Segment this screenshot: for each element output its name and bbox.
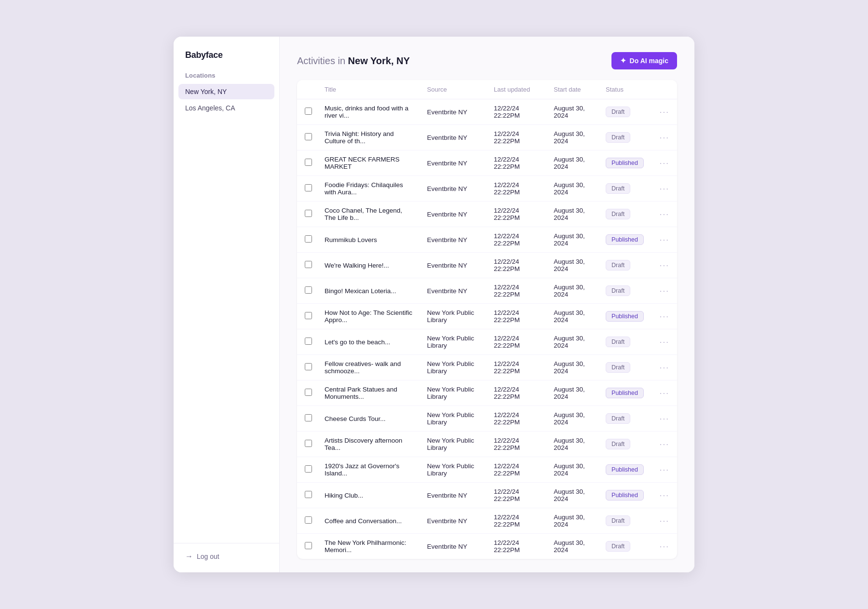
ai-magic-button[interactable]: ✦ Do AI magic	[611, 52, 677, 69]
row-actions: ···	[651, 278, 677, 304]
row-checkbox-7[interactable]	[305, 286, 312, 294]
more-options-button[interactable]: ···	[658, 133, 671, 143]
table-row: 1920's Jazz at Governor's Island... New …	[297, 457, 677, 483]
more-options-button[interactable]: ···	[658, 184, 671, 194]
row-checkbox-0[interactable]	[305, 108, 312, 115]
more-options-button[interactable]: ···	[658, 541, 671, 552]
more-options-button[interactable]: ···	[658, 235, 671, 245]
more-options-button[interactable]: ···	[658, 209, 671, 219]
logout-label: Log out	[197, 553, 219, 560]
row-checkbox-cell	[297, 406, 318, 432]
row-checkbox-15[interactable]	[305, 491, 312, 498]
table-row: How Not to Age: The Scientific Appro... …	[297, 304, 677, 329]
more-options-button[interactable]: ···	[658, 337, 671, 347]
row-startdate: August 30, 2024	[547, 355, 599, 380]
row-title: Central Park Statues and Monuments...	[318, 380, 420, 406]
row-checkbox-3[interactable]	[305, 184, 312, 191]
more-options-button[interactable]: ···	[658, 414, 671, 424]
row-checkbox-14[interactable]	[305, 465, 312, 473]
row-actions: ···	[651, 457, 677, 483]
row-checkbox-9[interactable]	[305, 338, 312, 345]
table-row: Music, drinks and food with a river vi..…	[297, 99, 677, 125]
row-actions: ···	[651, 483, 677, 508]
row-status: Draft	[599, 253, 651, 278]
row-status: Published	[599, 457, 651, 483]
row-checkbox-cell	[297, 355, 318, 380]
app-logo: Babyface	[174, 50, 279, 72]
table-row: Fellow creatives- walk and schmooze... N…	[297, 355, 677, 380]
row-updated: 12/22/24 22:22PM	[487, 406, 547, 432]
row-checkbox-11[interactable]	[305, 389, 312, 396]
row-checkbox-6[interactable]	[305, 261, 312, 268]
more-options-button[interactable]: ···	[658, 388, 671, 398]
col-header-title: Title	[318, 80, 420, 99]
more-options-button[interactable]: ···	[658, 439, 671, 449]
row-actions: ···	[651, 202, 677, 227]
row-status: Published	[599, 304, 651, 329]
status-badge: Published	[606, 158, 644, 168]
row-checkbox-cell	[297, 176, 318, 202]
row-status: Draft	[599, 125, 651, 150]
more-options-button[interactable]: ···	[658, 516, 671, 526]
row-title: Cheese Curds Tour...	[318, 406, 420, 432]
row-checkbox-cell	[297, 227, 318, 253]
row-checkbox-2[interactable]	[305, 159, 312, 166]
row-startdate: August 30, 2024	[547, 278, 599, 304]
row-actions: ···	[651, 329, 677, 355]
logout-icon: →	[185, 552, 193, 561]
table-header-row: Title Source Last updated Start date Sta…	[297, 80, 677, 99]
row-startdate: August 30, 2024	[547, 253, 599, 278]
row-updated: 12/22/24 22:22PM	[487, 329, 547, 355]
row-checkbox-cell	[297, 278, 318, 304]
row-checkbox-16[interactable]	[305, 516, 312, 524]
more-options-button[interactable]: ···	[658, 158, 671, 168]
row-updated: 12/22/24 22:22PM	[487, 278, 547, 304]
row-updated: 12/22/24 22:22PM	[487, 253, 547, 278]
row-startdate: August 30, 2024	[547, 534, 599, 559]
status-badge: Draft	[606, 183, 630, 194]
row-actions: ···	[651, 380, 677, 406]
more-options-button[interactable]: ···	[658, 465, 671, 475]
row-source: New York Public Library	[420, 355, 487, 380]
col-header-checkbox	[297, 80, 318, 99]
more-options-button[interactable]: ···	[658, 490, 671, 501]
row-actions: ···	[651, 432, 677, 457]
row-actions: ···	[651, 150, 677, 176]
row-checkbox-4[interactable]	[305, 210, 312, 217]
row-title: Coffee and Conversation...	[318, 508, 420, 534]
row-title: Artists Discovery afternoon Tea...	[318, 432, 420, 457]
row-checkbox-12[interactable]	[305, 414, 312, 421]
sidebar-item-los-angeles[interactable]: Los Angeles, CA	[178, 100, 274, 116]
row-updated: 12/22/24 22:22PM	[487, 355, 547, 380]
status-badge: Published	[606, 311, 644, 322]
row-checkbox-17[interactable]	[305, 542, 312, 549]
more-options-button[interactable]: ···	[658, 363, 671, 373]
row-source: New York Public Library	[420, 329, 487, 355]
more-options-button[interactable]: ···	[658, 107, 671, 117]
row-checkbox-cell	[297, 380, 318, 406]
status-badge: Draft	[606, 209, 630, 219]
row-checkbox-8[interactable]	[305, 312, 312, 319]
col-header-updated: Last updated	[487, 80, 547, 99]
row-checkbox-13[interactable]	[305, 440, 312, 447]
more-options-button[interactable]: ···	[658, 311, 671, 322]
table-row: Rummikub Lovers Eventbrite NY 12/22/24 2…	[297, 227, 677, 253]
row-checkbox-10[interactable]	[305, 363, 312, 370]
logout-button[interactable]: → Log out	[185, 552, 268, 561]
row-updated: 12/22/24 22:22PM	[487, 125, 547, 150]
status-badge: Draft	[606, 337, 630, 347]
col-header-source: Source	[420, 80, 487, 99]
more-options-button[interactable]: ···	[658, 260, 671, 271]
sidebar-item-new-york[interactable]: New York, NY	[178, 84, 274, 99]
row-checkbox-1[interactable]	[305, 133, 312, 140]
row-updated: 12/22/24 22:22PM	[487, 457, 547, 483]
col-header-startdate: Start date	[547, 80, 599, 99]
row-checkbox-5[interactable]	[305, 235, 312, 243]
row-startdate: August 30, 2024	[547, 150, 599, 176]
row-actions: ···	[651, 176, 677, 202]
row-startdate: August 30, 2024	[547, 176, 599, 202]
row-source: Eventbrite NY	[420, 253, 487, 278]
more-options-button[interactable]: ···	[658, 286, 671, 296]
table-row: GREAT NECK FARMERS MARKET Eventbrite NY …	[297, 150, 677, 176]
row-status: Published	[599, 483, 651, 508]
